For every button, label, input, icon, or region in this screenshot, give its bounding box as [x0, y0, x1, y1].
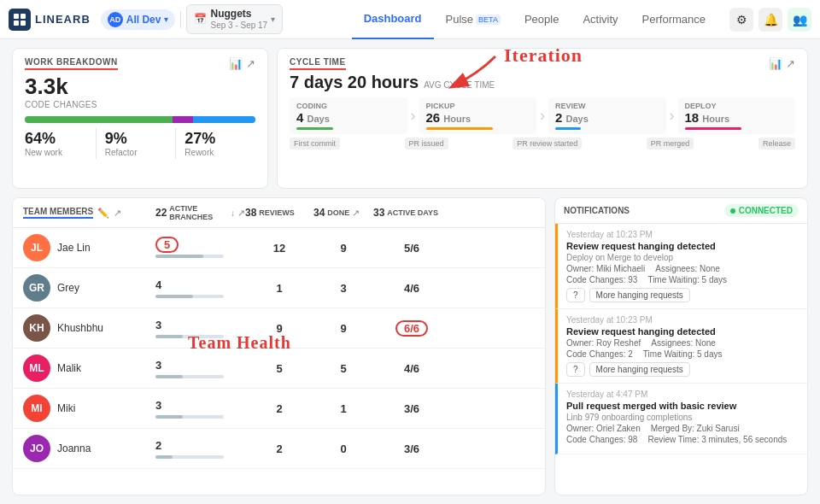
ct-stage-pickup: PICKUP 26 Hours [419, 97, 537, 134]
notif-meta-1: Owner: Miki Michaeli Assignees: None [566, 264, 799, 273]
table-row: GR Grey 4 1 3 4/6 [13, 268, 545, 308]
nav-icons: ⚙ 🔔 👥 [729, 8, 811, 32]
notif-body: Yesterday at 10:23 PM Review request han… [555, 224, 807, 495]
wb-chart-btn[interactable]: 📊 [229, 57, 243, 70]
avatar-khushbhu: KH [23, 314, 50, 342]
branches-miki: 3 [155, 399, 245, 419]
team-icon-btn[interactable]: 👥 [788, 8, 811, 32]
connected-label: CONNECTED [739, 206, 793, 215]
tab-people[interactable]: People [512, 0, 571, 39]
reviews-jae: 12 [245, 242, 313, 255]
branches-num-jae: 5 [155, 237, 179, 253]
cycle-time-panel: CYCLE TIME 📊 ↗ 7 days 20 hours AVG CYCLE… [277, 48, 808, 189]
sprint-chevron: ▾ [271, 15, 275, 24]
reviews-num: 38 [245, 207, 256, 219]
edit-icon-btn[interactable]: ✏️ [97, 208, 109, 219]
active-joanna: 3/6 [373, 442, 450, 455]
notif-meta-3b: Code Changes: 98 Review Time: 3 minutes,… [566, 435, 799, 444]
branches-label: ACTIVE BRANCHES [169, 204, 228, 221]
notifications-icon-btn[interactable]: 🔔 [758, 8, 782, 32]
deploy-label: DEPLOY [685, 102, 789, 110]
deploy-val: 18 Hours [685, 110, 789, 125]
table-row: JL Jae Lin 5 12 9 [13, 228, 545, 268]
notif-more-btn-2[interactable]: More hanging requests [589, 362, 690, 377]
member-info-miki: MI Miki [23, 395, 155, 422]
notif-actions-1: ? More hanging requests [566, 288, 799, 302]
table-row: KH Khushbhu 3 9 9 6/6 [13, 308, 545, 349]
active-num: 33 [373, 207, 384, 219]
ct-arrow-2: › [540, 97, 545, 134]
done-jae: 9 [313, 242, 373, 255]
settings-icon-btn[interactable]: ⚙ [729, 8, 753, 32]
notif-title-3: Pull request merged with basic review [566, 401, 799, 411]
notifications-panel: NOTIFICATIONS CONNECTED Yesterday at 10:… [554, 197, 808, 495]
team-members-panel: TEAM MEMBERS ✏️ ↗ 22 ACTIVE BRANCHES ↓ ↗… [12, 197, 546, 495]
milestone-2: PR issued [405, 138, 448, 149]
active-grey: 4/6 [373, 282, 450, 295]
wb-stat-newwork: 64% New work [25, 130, 96, 157]
sprint-dropdown[interactable]: 📅 Nuggets Sep 3 - Sep 17 ▾ [186, 4, 283, 33]
branches-jae: 5 [155, 238, 245, 258]
notif-item: Yesterday at 10:23 PM Review request han… [555, 309, 807, 384]
table-row: ML Malik 3 5 5 4/6 [13, 349, 545, 389]
members-expand-btn[interactable]: ↗ [114, 208, 121, 219]
main-content: WORK BREAKDOWN 📊 ↗ 3.3k CODE CHANGES 64%… [0, 39, 820, 504]
wb-stat-lbl-3: Rework [184, 148, 255, 157]
done-num: 34 [313, 207, 325, 219]
team-dropdown[interactable]: AD All Dev ▾ [101, 9, 176, 30]
reviews-joanna: 2 [245, 442, 313, 455]
notif-more-btn-1[interactable]: More hanging requests [589, 288, 690, 302]
wb-metric: 3.3k [25, 73, 255, 100]
member-info-grey: GR Grey [23, 274, 155, 302]
team-members-label: TEAM MEMBERS [23, 207, 93, 219]
reviews-val-jae: 12 [273, 242, 285, 255]
name-khushbhu: Khushbhu [57, 322, 103, 334]
done-miki: 1 [313, 402, 373, 415]
member-info-jae: JL Jae Lin [23, 234, 155, 261]
tab-performance[interactable]: Performance [630, 0, 718, 39]
notif-help-btn-1[interactable]: ? [566, 288, 585, 302]
tab-dashboard[interactable]: Dashboard [352, 0, 434, 39]
ct-stage-coding: CODING 4 Days [290, 97, 407, 134]
done-expand-btn[interactable]: ↗ [352, 208, 360, 219]
coding-label: CODING [296, 102, 401, 110]
ct-stages: CODING 4 Days › PICKUP 26 Hours › REVIEW… [290, 97, 795, 134]
notif-meta-2: Owner: Roy Reshef Assignees: None [566, 338, 799, 348]
milestone-4: PR merged [647, 138, 694, 149]
ct-expand-btn[interactable]: ↗ [786, 57, 795, 70]
wb-seg-purple [173, 116, 193, 123]
ct-title: CYCLE TIME [290, 57, 346, 70]
done-grey: 3 [313, 282, 373, 295]
active-jae: 5/6 [373, 242, 450, 255]
name-miki: Miki [57, 402, 75, 414]
member-info-malik: ML Malik [23, 355, 155, 382]
deploy-bar [685, 127, 742, 130]
notif-header: NOTIFICATIONS CONNECTED [555, 198, 807, 224]
ct-value: 7 days 20 hours [290, 73, 419, 92]
tab-pulse[interactable]: Pulse BETA [434, 0, 512, 39]
sprint-name: Nuggets [210, 8, 267, 20]
ct-milestones: First commit PR issued PR review started… [290, 138, 795, 149]
tab-activity[interactable]: Activity [571, 0, 630, 39]
branches-expand-btn[interactable]: ↗ [237, 208, 245, 219]
col-branches-header: 22 ACTIVE BRANCHES ↓ ↗ [155, 204, 245, 221]
milestone-3: PR review started [512, 138, 582, 149]
review-val: 2 Days [555, 110, 659, 125]
avatar-jae: JL [23, 234, 50, 261]
nav-divider-1 [180, 11, 181, 28]
main-nav-tabs: Dashboard Pulse BETA People Activity Per… [352, 0, 718, 39]
branches-bar-jae [155, 255, 224, 258]
notif-help-btn-2[interactable]: ? [566, 362, 585, 377]
wb-expand-btn[interactable]: ↗ [246, 57, 255, 70]
branches-sort[interactable]: ↓ [231, 208, 235, 218]
reviews-label: REVIEWS [259, 208, 295, 217]
sprint-info: Nuggets Sep 3 - Sep 17 [210, 8, 267, 30]
coding-bar [296, 127, 333, 130]
member-info-khushbhu: KH Khushbhu [23, 314, 155, 342]
done-malik: 5 [313, 362, 373, 375]
ct-chart-btn[interactable]: 📊 [769, 57, 782, 70]
notif-title-2: Review request hanging detected [566, 326, 799, 337]
top-nav: LINEARB AD All Dev ▾ 📅 Nuggets Sep 3 - S… [0, 0, 820, 39]
ct-value-row: 7 days 20 hours AVG CYCLE TIME [290, 73, 795, 92]
branches-khushbhu: 3 [155, 319, 245, 338]
